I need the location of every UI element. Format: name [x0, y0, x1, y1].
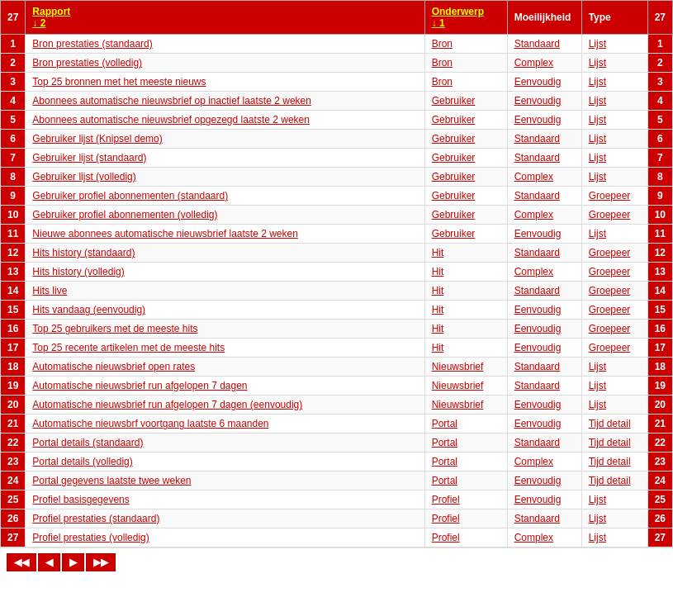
cell-moeilijkheid[interactable]: Eenvoudig	[507, 92, 581, 111]
rapport-link[interactable]: Hits live	[32, 285, 67, 296]
cell-type[interactable]: Lijst	[581, 490, 647, 509]
cell-moeilijkheid[interactable]: Eenvoudig	[507, 471, 581, 490]
cell-type[interactable]: Tijd detail	[581, 471, 647, 490]
cell-onderwerp[interactable]: Hit	[424, 301, 507, 320]
rapport-link[interactable]: Gebruiker lijst (standaard)	[32, 152, 146, 163]
cell-type[interactable]: Lijst	[581, 130, 647, 149]
rapport-link[interactable]: Automatische nieuwsbrf voortgang laatste…	[32, 418, 268, 429]
cell-moeilijkheid[interactable]: Standaard	[507, 130, 581, 149]
cell-type[interactable]: Lijst	[581, 168, 647, 187]
cell-onderwerp[interactable]: Profiel	[424, 509, 507, 528]
pagination-first[interactable]: ◀◀	[7, 553, 36, 571]
type-link[interactable]: Lijst	[589, 361, 606, 372]
cell-rapport[interactable]: Gebruiker lijst (Knipsel demo)	[26, 130, 424, 149]
cell-onderwerp[interactable]: Nieuwsbrief	[424, 396, 507, 415]
cell-rapport[interactable]: Profiel basisgegevens	[26, 490, 424, 509]
rapport-link[interactable]: Hits history (standaard)	[32, 247, 135, 258]
moeilijkheid-link[interactable]: Complex	[514, 456, 553, 467]
header-onderwerp[interactable]: Onderwerp ↓ 1	[424, 1, 507, 35]
cell-rapport[interactable]: Gebruiker lijst (volledig)	[26, 168, 424, 187]
onderwerp-link[interactable]: Nieuwsbrief	[432, 380, 484, 391]
onderwerp-link[interactable]: Gebruiker	[432, 133, 476, 145]
cell-onderwerp[interactable]: Portal	[424, 453, 507, 471]
cell-onderwerp[interactable]: Gebruiker	[424, 168, 507, 187]
type-link[interactable]: Tijd detail	[589, 456, 631, 467]
rapport-link[interactable]: Gebruiker lijst (volledig)	[32, 171, 135, 182]
moeilijkheid-link[interactable]: Standaard	[514, 38, 560, 50]
cell-moeilijkheid[interactable]: Eenvoudig	[507, 73, 581, 92]
cell-type[interactable]: Groepeer	[581, 187, 647, 206]
moeilijkheid-link[interactable]: Eenvoudig	[514, 304, 562, 315]
cell-rapport[interactable]: Bron prestaties (standaard)	[26, 35, 424, 54]
onderwerp-link[interactable]: Profiel	[432, 513, 460, 524]
type-link[interactable]: Groepeer	[589, 285, 631, 296]
rapport-link[interactable]: Portal details (standaard)	[32, 437, 143, 448]
onderwerp-link[interactable]: Hit	[432, 285, 444, 296]
cell-moeilijkheid[interactable]: Eenvoudig	[507, 111, 581, 130]
cell-type[interactable]: Lijst	[581, 54, 647, 73]
onderwerp-link[interactable]: Gebruiker	[432, 190, 476, 201]
cell-type[interactable]: Groepeer	[581, 301, 647, 320]
cell-moeilijkheid[interactable]: Eenvoudig	[507, 225, 581, 244]
onderwerp-link[interactable]: Portal	[432, 418, 457, 429]
header-rapport-link[interactable]: Rapport	[32, 6, 70, 17]
cell-onderwerp[interactable]: Portal	[424, 471, 507, 490]
cell-moeilijkheid[interactable]: Standaard	[507, 35, 581, 54]
cell-moeilijkheid[interactable]: Eenvoudig	[507, 301, 581, 320]
moeilijkheid-link[interactable]: Eenvoudig	[514, 95, 562, 107]
onderwerp-link[interactable]: Profiel	[432, 494, 460, 505]
cell-rapport[interactable]: Hits live	[26, 282, 424, 301]
rapport-link[interactable]: Hits history (volledig)	[32, 266, 124, 277]
cell-onderwerp[interactable]: Profiel	[424, 490, 507, 509]
cell-moeilijkheid[interactable]: Standaard	[507, 377, 581, 396]
onderwerp-link[interactable]: Hit	[432, 266, 444, 277]
type-link[interactable]: Groepeer	[589, 247, 631, 258]
type-link[interactable]: Lijst	[589, 171, 606, 182]
cell-moeilijkheid[interactable]: Standaard	[507, 187, 581, 206]
rapport-link[interactable]: Hits vandaag (eenvoudig)	[32, 304, 145, 315]
header-onderwerp-sort[interactable]: ↓ 1	[432, 17, 445, 29]
rapport-link[interactable]: Profiel prestaties (standaard)	[32, 513, 159, 524]
cell-rapport[interactable]: Hits history (standaard)	[26, 244, 424, 263]
cell-moeilijkheid[interactable]: Standaard	[507, 149, 581, 168]
cell-type[interactable]: Lijst	[581, 509, 647, 528]
cell-type[interactable]: Lijst	[581, 396, 647, 415]
type-link[interactable]: Lijst	[589, 133, 606, 145]
moeilijkheid-link[interactable]: Complex	[514, 266, 553, 277]
cell-moeilijkheid[interactable]: Eenvoudig	[507, 396, 581, 415]
cell-moeilijkheid[interactable]: Complex	[507, 263, 581, 282]
moeilijkheid-link[interactable]: Standaard	[514, 247, 560, 258]
cell-rapport[interactable]: Automatische nieuwsbrief run afgelopen 7…	[26, 396, 424, 415]
onderwerp-link[interactable]: Hit	[432, 304, 444, 315]
type-link[interactable]: Groepeer	[589, 323, 631, 334]
cell-type[interactable]: Lijst	[581, 225, 647, 244]
moeilijkheid-link[interactable]: Standaard	[514, 437, 560, 448]
rapport-link[interactable]: Bron prestaties (volledig)	[32, 57, 142, 69]
cell-rapport[interactable]: Profiel prestaties (volledig)	[26, 528, 424, 547]
type-link[interactable]: Lijst	[589, 76, 606, 88]
type-link[interactable]: Tijd detail	[589, 475, 631, 486]
header-onderwerp-link[interactable]: Onderwerp	[432, 6, 484, 17]
cell-moeilijkheid[interactable]: Complex	[507, 528, 581, 547]
type-link[interactable]: Lijst	[589, 38, 606, 50]
cell-moeilijkheid[interactable]: Complex	[507, 168, 581, 187]
moeilijkheid-link[interactable]: Eenvoudig	[514, 228, 562, 239]
type-link[interactable]: Lijst	[589, 399, 606, 410]
type-link[interactable]: Lijst	[589, 57, 606, 69]
moeilijkheid-link[interactable]: Eenvoudig	[514, 114, 562, 126]
cell-onderwerp[interactable]: Bron	[424, 54, 507, 73]
cell-onderwerp[interactable]: Hit	[424, 282, 507, 301]
rapport-link[interactable]: Automatische nieuwsbrief run afgelopen 7…	[32, 399, 302, 410]
cell-moeilijkheid[interactable]: Eenvoudig	[507, 320, 581, 339]
cell-rapport[interactable]: Bron prestaties (volledig)	[26, 54, 424, 73]
onderwerp-link[interactable]: Bron	[432, 76, 453, 88]
cell-moeilijkheid[interactable]: Complex	[507, 453, 581, 471]
cell-onderwerp[interactable]: Gebruiker	[424, 206, 507, 225]
type-link[interactable]: Lijst	[589, 380, 606, 391]
onderwerp-link[interactable]: Portal	[432, 437, 457, 448]
type-link[interactable]: Groepeer	[589, 342, 631, 353]
pagination-prev[interactable]: ◀	[38, 553, 60, 571]
moeilijkheid-link[interactable]: Eenvoudig	[514, 76, 562, 88]
cell-moeilijkheid[interactable]: Eenvoudig	[507, 415, 581, 434]
moeilijkheid-link[interactable]: Standaard	[514, 190, 560, 201]
